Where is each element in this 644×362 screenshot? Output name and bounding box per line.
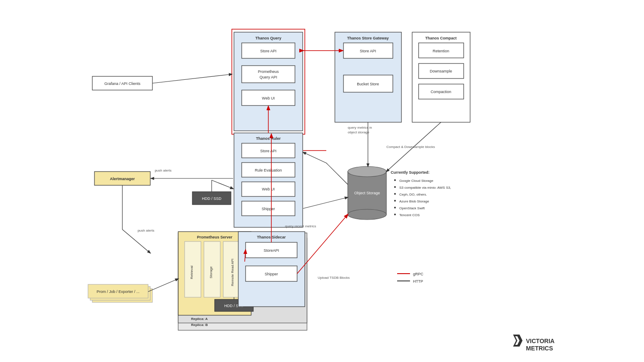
- prom-job-label: Prom / Job / Exporter / ...: [97, 290, 140, 294]
- alertmanager-to-prom-line: [122, 229, 150, 253]
- thanos-compact-retention-label: Retention: [433, 49, 450, 53]
- query-recent-label: query recent metrics: [285, 224, 316, 228]
- object-storage-bottom: [348, 209, 386, 220]
- replica-b-label: Replica: B: [191, 323, 208, 327]
- supported-item-4: Azure Blob Storage: [399, 199, 429, 203]
- prom-server-title: Prometheus Server: [197, 235, 233, 239]
- thanos-compact-compaction-label: Compaction: [431, 90, 451, 94]
- prom-retrieval-label: Retrieval: [190, 265, 194, 279]
- thanos-ruler-storeapi-label: Store API: [260, 149, 276, 153]
- query-metrics-label2: object storage: [348, 130, 370, 134]
- bullet-3: [394, 193, 396, 195]
- thanos-query-webui-label: Web UI: [262, 96, 275, 100]
- thanos-compact-downsample-label: Downsample: [430, 69, 452, 73]
- supported-item-5: OpenStack Swift: [399, 206, 425, 210]
- compact-blocks-label: Compact & Downsample blocks: [386, 145, 435, 149]
- replica-a-label: Replica: A: [191, 317, 208, 321]
- bullet-1: [394, 179, 396, 181]
- supported-item-1: Google Cloud Storage: [399, 179, 434, 183]
- prom-storage-label: Storage: [209, 266, 213, 278]
- thanos-store-title: Thanos Store Gateway: [347, 36, 389, 40]
- object-storage-label: Object Storage: [354, 191, 380, 195]
- supported-item-3: Ceph, DO, others.: [399, 193, 427, 196]
- thanos-ruler-rule-eval-label: Rule Evaluation: [255, 168, 282, 172]
- thanos-store-storeapi-label: Store API: [360, 49, 376, 53]
- upload-tsdb-label: Upload TSDB Blocks: [318, 276, 350, 280]
- thanos-compact-title: Thanos Compact: [425, 36, 456, 40]
- thanos-query-prom-api: [242, 66, 295, 83]
- supported-item-2: S3 compatible via minio: AWS S3,: [399, 186, 451, 190]
- thanos-query-store-api-label: Store API: [260, 49, 276, 53]
- object-storage-top: [348, 166, 386, 177]
- vm-name-line1: VICTORIA: [526, 338, 555, 344]
- grafana-label: Grafana / API Clients: [104, 81, 141, 86]
- bullet-2: [394, 186, 396, 188]
- bullet-4: [394, 200, 396, 202]
- thanos-ruler-webui-label: Web UI: [262, 187, 275, 191]
- promjob-to-prom-line: [148, 279, 178, 292]
- diagram-container: Thanos Query Store API Prometheus Query …: [0, 0, 644, 362]
- supported-item-6: Tencent COS: [399, 213, 420, 217]
- push-alerts-2-label: push alerts: [137, 229, 154, 232]
- grafana-to-query-line: [152, 74, 232, 83]
- bullet-6: [394, 214, 396, 215]
- victoria-metrics-logo: [513, 335, 522, 347]
- objectstorage-to-ruler-line: [326, 163, 348, 184]
- thanos-query-title: Thanos Query: [255, 36, 282, 40]
- vm-name-line2: METRICS: [526, 345, 553, 352]
- ruler-to-objectstorage-line: [303, 197, 348, 208]
- thanos-ruler-shipper-label: Shipper: [261, 207, 275, 211]
- thanos-query-prom-label2: Query API: [259, 75, 277, 79]
- prom-remote-read-label: Remote Read API: [231, 259, 234, 286]
- thanos-sidecar-storeapi-label: StoreAPI: [264, 248, 279, 253]
- supported-title: Currently Supported:: [391, 170, 430, 175]
- legend-grpc-label: gRPC: [413, 272, 424, 276]
- legend-http-label: HTTP: [413, 279, 423, 284]
- objectstorage-to-ruler-line2: [303, 152, 326, 163]
- push-alerts-1-label: push alerts: [155, 169, 171, 172]
- query-metrics-label: query metrics in: [348, 126, 372, 130]
- alertmanager-label: Alertmanager: [110, 177, 135, 181]
- thanos-ruler-title: Thanos Ruler: [256, 136, 281, 141]
- thanos-store-bucketstore-label: Bucket Store: [357, 82, 379, 86]
- bullet-5: [394, 207, 396, 208]
- thanos-ruler-hdd-label: HDD / SSD: [202, 196, 222, 201]
- hdd-ruler-to-ruler-line: [212, 180, 233, 189]
- thanos-query-prom-label1: Prometheus: [258, 69, 279, 74]
- thanos-sidecar-shipper-label: Shipper: [264, 272, 278, 276]
